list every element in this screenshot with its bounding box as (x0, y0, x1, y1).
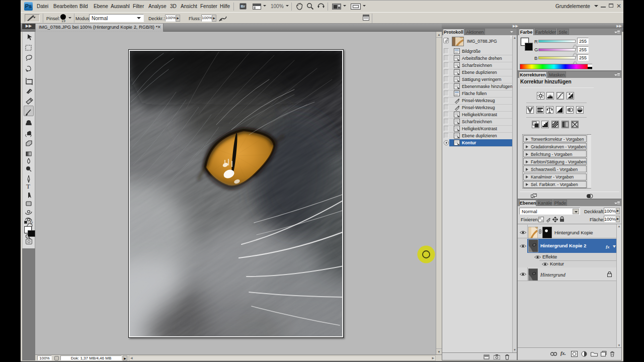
svg-text:T: T (26, 183, 30, 190)
svg-text:fx: fx (606, 244, 610, 249)
